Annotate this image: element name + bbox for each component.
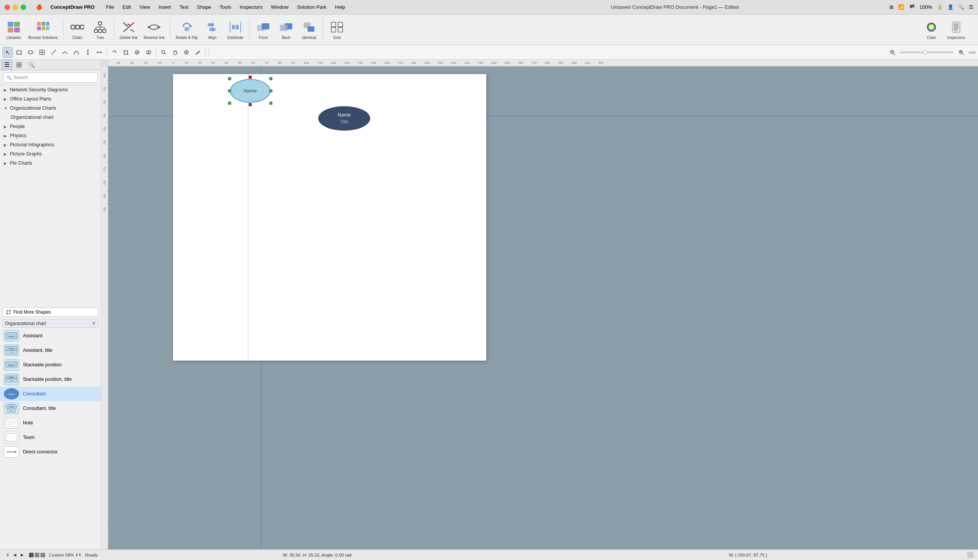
line-tool[interactable] bbox=[48, 47, 59, 58]
pause-button[interactable]: ⏸ bbox=[5, 552, 11, 558]
front-button[interactable]: Front bbox=[253, 17, 274, 43]
shape-item-team[interactable]: Team bbox=[0, 430, 101, 445]
delete-link-button[interactable]: Delete link bbox=[117, 17, 140, 43]
menu-file[interactable]: File bbox=[102, 3, 118, 11]
page-indicator-1[interactable] bbox=[29, 553, 33, 557]
sidebar-item-org-charts[interactable]: ▼ Organizational Charts bbox=[0, 103, 101, 113]
menu-text[interactable]: Text bbox=[175, 3, 192, 11]
sidebar-tab-list[interactable]: ☰ bbox=[2, 60, 12, 70]
shape-item-stackable-position-title[interactable]: Name Title Stackable position, title bbox=[0, 372, 101, 387]
shape-item-assistant-title[interactable]: Name Title Assistant, title bbox=[0, 343, 101, 358]
status-left: ⏸ ◀ ▶ Custom 58% ⬆⬇ Ready bbox=[5, 552, 98, 558]
shape-item-note[interactable]: Note bbox=[0, 416, 101, 430]
rect-tool[interactable] bbox=[14, 47, 25, 58]
zoom-stepper[interactable]: ⬆⬇ bbox=[75, 553, 82, 557]
ellipse-tool[interactable] bbox=[25, 47, 36, 58]
menu-window[interactable]: Window bbox=[267, 3, 292, 11]
rotate-flip-icon bbox=[179, 20, 195, 35]
menu-help[interactable]: Help bbox=[331, 3, 349, 11]
chain-button[interactable]: Chain bbox=[67, 17, 88, 43]
align-button[interactable]: Align bbox=[202, 17, 223, 43]
sidebar-item-pie-charts[interactable]: ▶ Pie Charts bbox=[0, 158, 101, 168]
menu-insert[interactable]: Insert bbox=[155, 3, 175, 11]
canvas-inner[interactable]: Name bbox=[108, 67, 978, 549]
highlight-tool[interactable] bbox=[181, 47, 192, 58]
distribute-button[interactable]: Distribute bbox=[225, 17, 246, 43]
shape-item-consultant-title[interactable]: Name Title Consultant, title bbox=[0, 401, 101, 416]
shape-oval-dark[interactable]: Name Title bbox=[317, 105, 371, 132]
browse-solutions-label: Browse Solutions bbox=[28, 35, 58, 40]
rotate-flip-button[interactable]: Rotate & Flip bbox=[173, 17, 200, 43]
resize-h-tool[interactable] bbox=[94, 47, 105, 58]
grid-button[interactable]: Grid bbox=[326, 17, 348, 43]
zoom-fit-tool[interactable] bbox=[158, 47, 169, 58]
shape-item-consultant[interactable]: Name Consultant bbox=[0, 387, 101, 401]
shape-item-direct-connector[interactable]: Direct connector bbox=[0, 445, 101, 459]
sidebar-item-physics[interactable]: ▶ Physics bbox=[0, 131, 101, 140]
rotate-tool[interactable] bbox=[109, 47, 120, 58]
table-tool[interactable] bbox=[37, 47, 47, 58]
sidebar-item-network-security[interactable]: ▶ Network Security Diagrams bbox=[0, 85, 101, 94]
sidebar-tab-search[interactable]: 🔍 bbox=[26, 60, 37, 70]
canvas-page[interactable]: Name bbox=[173, 74, 487, 361]
menu-shape[interactable]: Shape bbox=[193, 3, 215, 11]
menu-apple[interactable]: 🍎 bbox=[32, 3, 46, 11]
svg-text:200: 200 bbox=[103, 207, 106, 212]
menu-app-name[interactable]: ConceptDraw PRO bbox=[47, 3, 98, 11]
menu-solution-park[interactable]: Solution Park bbox=[293, 3, 330, 11]
minimize-button[interactable] bbox=[13, 5, 18, 10]
shape-item-stackable-position[interactable]: Name Stackable position bbox=[0, 358, 101, 372]
menu-icon[interactable]: ☰ bbox=[969, 4, 973, 10]
tree-button[interactable]: Tree bbox=[89, 17, 111, 43]
back-button[interactable]: Back bbox=[275, 17, 297, 43]
maximize-button[interactable] bbox=[21, 5, 26, 10]
resize-v-tool[interactable] bbox=[83, 47, 93, 58]
hand-tool[interactable] bbox=[170, 47, 180, 58]
connect-tool[interactable] bbox=[132, 47, 143, 58]
bezier-tool[interactable] bbox=[71, 47, 82, 58]
svg-text:10: 10 bbox=[185, 61, 188, 65]
zoom-out-btn[interactable] bbox=[887, 47, 898, 58]
svg-text:150: 150 bbox=[371, 61, 376, 65]
menu-view[interactable]: View bbox=[136, 3, 154, 11]
page-indicator-3[interactable] bbox=[40, 553, 45, 557]
next-page-button[interactable]: ▶ bbox=[19, 552, 25, 558]
shape-item-assistant[interactable]: Name Assistant bbox=[0, 328, 101, 343]
sidebar-item-pictorial-infographics[interactable]: ▶ Pictorial Infographics bbox=[0, 140, 101, 149]
status-size: W: 35.56, H: 20.32, Angle: 0.00 rad bbox=[105, 553, 529, 557]
sidebar-item-org-chart[interactable]: Organizational chart bbox=[0, 113, 101, 122]
sidebar-item-people[interactable]: ▶ People bbox=[0, 122, 101, 131]
crop-tool[interactable] bbox=[120, 47, 131, 58]
prev-page-button[interactable]: ◀ bbox=[12, 552, 18, 558]
menu-inspectors[interactable]: Inspectors bbox=[236, 3, 266, 11]
reverse-link-button[interactable]: Reverse link bbox=[142, 17, 167, 43]
select-tool[interactable]: ↖ bbox=[2, 47, 13, 58]
pen-tool[interactable] bbox=[193, 47, 203, 58]
sidebar-tab-grid[interactable] bbox=[14, 60, 25, 70]
inspectors-button[interactable]: Inspectors bbox=[945, 17, 967, 43]
sidebar-item-picture-graphs[interactable]: ▶ Picture Graphs bbox=[0, 149, 101, 158]
search-icon[interactable]: 🔍 bbox=[958, 4, 964, 10]
svg-rect-94 bbox=[9, 312, 11, 314]
find-more-shapes-button[interactable]: Find More Shapes bbox=[2, 308, 98, 317]
close-library-button[interactable]: ✕ bbox=[92, 320, 96, 326]
browse-solutions-button[interactable]: Browse Solutions bbox=[26, 17, 60, 43]
shape-label-team: Team bbox=[23, 435, 35, 440]
svg-text:130: 130 bbox=[103, 113, 106, 118]
menu-edit[interactable]: Edit bbox=[119, 3, 135, 11]
flag-icon: 🏴 bbox=[909, 4, 915, 10]
libraries-button[interactable]: Libraries bbox=[3, 17, 25, 43]
sidebar-item-office-layout[interactable]: ▶ Office Layout Plans bbox=[0, 94, 101, 103]
menu-tools[interactable]: Tools bbox=[216, 3, 235, 11]
selected-shape-ellipse[interactable]: Name bbox=[230, 79, 271, 103]
close-button[interactable] bbox=[5, 5, 10, 10]
page-indicator-2[interactable] bbox=[35, 553, 39, 557]
search-box[interactable]: 🔍 Search bbox=[3, 73, 98, 83]
identical-button[interactable]: Identical bbox=[298, 17, 320, 43]
color-button[interactable]: Color bbox=[921, 17, 942, 43]
warp-tool[interactable] bbox=[143, 47, 154, 58]
identical-label: Identical bbox=[302, 35, 316, 40]
zoom-in-btn[interactable] bbox=[956, 47, 966, 58]
arc-tool[interactable] bbox=[60, 47, 70, 58]
svg-text:240: 240 bbox=[491, 61, 496, 65]
